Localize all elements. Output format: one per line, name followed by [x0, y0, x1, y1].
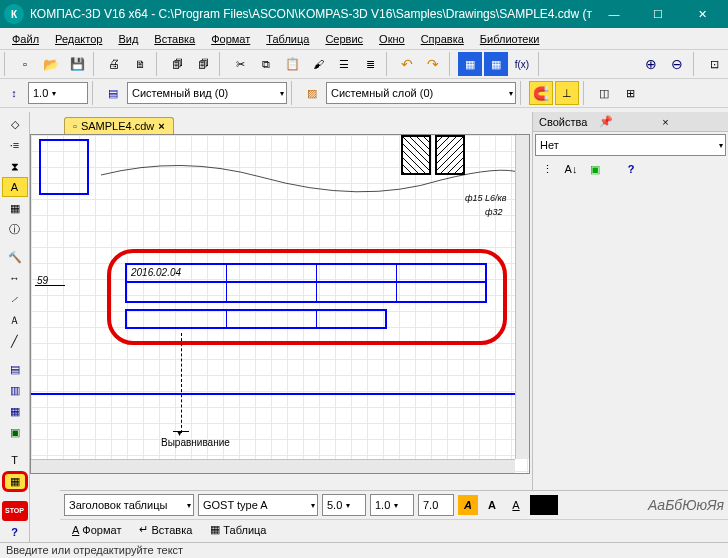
menu-format[interactable]: Формат [203, 31, 258, 47]
menu-view[interactable]: Вид [110, 31, 146, 47]
drawing-canvas-wrap: ф15 L6/кв ф32 59 2016.02.04 [30, 134, 530, 474]
titlebar: К КОМПАС-3D V16 x64 - C:\Program Files\A… [0, 0, 728, 28]
left-toolbar: ◇ ·≡ ⧗ A ▦ ⓘ 🔨 ↔ ⟋ Ａ ╱ ▤ ▥ ▦ ▣ T ▦ STOP [0, 112, 30, 542]
underline-button[interactable]: A [506, 495, 526, 515]
font-sample: AаБбЮюЯя [648, 497, 724, 513]
hatch-tool[interactable]: ▦ [2, 198, 28, 218]
table-cell-date[interactable]: 2016.02.04 [127, 265, 227, 281]
cut-button[interactable] [228, 52, 252, 76]
snap-button[interactable] [529, 81, 553, 105]
menu-table[interactable]: Таблица [258, 31, 317, 47]
pin-icon[interactable]: 📌 [599, 115, 655, 128]
zoom-in-button[interactable] [639, 52, 663, 76]
compass-tool[interactable]: Ａ [2, 310, 28, 330]
format-painter-button[interactable]: 🖌 [306, 52, 330, 76]
tab-format[interactable]: AФормат [68, 523, 125, 537]
table-tool-2[interactable]: ▥ [2, 380, 28, 400]
point-tool[interactable]: ·≡ [2, 135, 28, 155]
properties-button[interactable] [332, 52, 356, 76]
manager-button-1[interactable]: ▦ [458, 52, 482, 76]
color-button[interactable] [530, 495, 558, 515]
doctab-label: SAMPLE4.cdw [81, 120, 154, 132]
spline-curve [101, 155, 521, 215]
text-t-tool[interactable]: T [2, 450, 28, 470]
copy-button[interactable] [254, 52, 278, 76]
arc-tool[interactable]: ⟋ [2, 289, 28, 309]
table-tool-4[interactable]: ▣ [2, 422, 28, 442]
doc-button-1[interactable]: 🗐 [165, 52, 189, 76]
save-button[interactable] [65, 52, 89, 76]
layers-button[interactable]: ▨ [300, 81, 324, 105]
aux-tool[interactable]: ⧗ [2, 156, 28, 176]
scale-combo[interactable]: 1.0▾ [28, 82, 88, 104]
stop-button[interactable]: STOP [2, 501, 28, 521]
text-tool[interactable]: A [2, 177, 28, 197]
print-preview-button[interactable] [128, 52, 152, 76]
menu-insert[interactable]: Вставка [146, 31, 203, 47]
line-tool[interactable]: ╱ [2, 332, 28, 352]
list-button[interactable]: ≣ [358, 52, 382, 76]
zoom-out-button[interactable] [665, 52, 689, 76]
table-tool-1[interactable]: ▤ [2, 359, 28, 379]
tab-table[interactable]: ▦Таблица [206, 522, 270, 537]
height-field[interactable]: 7.0 [418, 494, 454, 516]
statusbar: Введите или отредактируйте текст [0, 542, 728, 558]
extra-button-1[interactable]: ⊡ [702, 52, 726, 76]
dimension-tool[interactable]: ↔ [2, 268, 28, 288]
views-button[interactable] [101, 81, 125, 105]
state-button[interactable]: ↕ [2, 81, 26, 105]
menu-service[interactable]: Сервис [317, 31, 371, 47]
close-button[interactable]: ✕ [680, 0, 724, 28]
manager-button-2[interactable]: ▦ [484, 52, 508, 76]
bottom-property-bar: Заголовок таблицы▾ GOST type A▾ 5.0▾ 1.0… [60, 490, 728, 542]
drawing-canvas[interactable]: ф15 L6/кв ф32 59 2016.02.04 [31, 135, 529, 473]
view-combo[interactable]: Системный вид (0)▾ [127, 82, 287, 104]
properties-title: Свойства 📌 × [533, 112, 728, 132]
menu-help[interactable]: Справка [413, 31, 472, 47]
doctab-close[interactable]: × [158, 120, 164, 132]
close-panel-icon[interactable]: × [662, 116, 718, 128]
grid-button-2[interactable]: ⊞ [618, 81, 642, 105]
doc-icon: ▫ [73, 120, 77, 132]
menu-window[interactable]: Окно [371, 31, 413, 47]
font-combo[interactable]: GOST type A▾ [198, 494, 318, 516]
grid-button-1[interactable]: ◫ [592, 81, 616, 105]
redo-button[interactable] [421, 52, 445, 76]
prop-btn-1[interactable]: ⋮ [537, 160, 557, 178]
help-button[interactable] [2, 522, 28, 542]
tab-insert[interactable]: ↵Вставка [135, 522, 196, 537]
italic-button[interactable]: A [458, 495, 478, 515]
menu-edit[interactable]: Редактор [47, 31, 110, 47]
layer-combo[interactable]: Системный слой (0)▾ [326, 82, 516, 104]
undo-button[interactable] [395, 52, 419, 76]
properties-filter-combo[interactable]: Нет▾ [535, 134, 726, 156]
section-combo[interactable]: Заголовок таблицы▾ [64, 494, 194, 516]
step-combo[interactable]: 1.0▾ [370, 494, 414, 516]
print-button[interactable] [102, 52, 126, 76]
open-button[interactable] [39, 52, 63, 76]
menu-libs[interactable]: Библиотеки [472, 31, 548, 47]
ortho-button[interactable]: ⊥ [555, 81, 579, 105]
properties-row: ⋮ A↓ ▣ [533, 158, 728, 180]
bold-button[interactable]: A [482, 495, 502, 515]
document-tab[interactable]: ▫ SAMPLE4.cdw × [64, 117, 174, 134]
table-insert-tool[interactable]: ▦ [2, 471, 28, 491]
prop-help[interactable] [621, 160, 641, 178]
scrollbar-horizontal[interactable] [31, 459, 515, 473]
app-icon: К [4, 4, 24, 24]
menu-file[interactable]: Файл [4, 31, 47, 47]
maximize-button[interactable]: ☐ [636, 0, 680, 28]
size-combo[interactable]: 5.0▾ [322, 494, 366, 516]
minimize-button[interactable]: — [592, 0, 636, 28]
geometry-tool[interactable]: ◇ [2, 114, 28, 134]
new-button[interactable] [13, 52, 37, 76]
table-tool-3[interactable]: ▦ [2, 401, 28, 421]
doc-button-2[interactable]: 🗐 [191, 52, 215, 76]
variables-button[interactable] [510, 52, 534, 76]
prop-btn-2[interactable]: A↓ [561, 160, 581, 178]
info-tool[interactable]: ⓘ [2, 220, 28, 240]
scrollbar-vertical[interactable] [515, 135, 529, 459]
paste-button[interactable] [280, 52, 304, 76]
prop-btn-3[interactable]: ▣ [585, 160, 605, 178]
edit-tool[interactable]: 🔨 [2, 247, 28, 267]
